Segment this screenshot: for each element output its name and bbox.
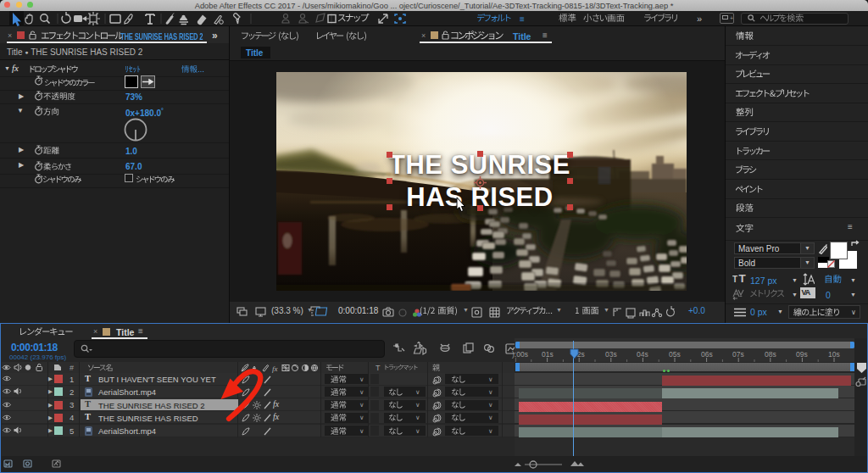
svg-text:#: # — [70, 364, 74, 372]
svg-text:T: T — [739, 272, 747, 284]
svg-text:T: T — [732, 275, 737, 284]
svg-text:fx: fx — [272, 364, 278, 372]
